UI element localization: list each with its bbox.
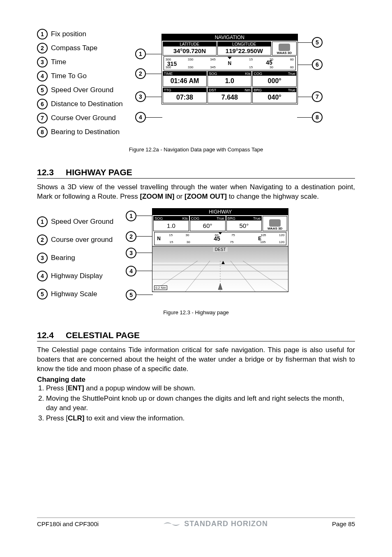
section-12-4-paragraph: The Celestial page contains Tide informa… xyxy=(37,346,355,374)
legend-label: Speed Over Ground xyxy=(51,86,113,94)
figure-12-3-row: 1Speed Over Ground 2Course over ground 3… xyxy=(37,208,355,307)
svg-marker-9 xyxy=(218,283,222,290)
satellite-icon xyxy=(269,219,281,227)
time-box: TIME 01:46 AM xyxy=(163,71,207,87)
longitude-box: LONGITUDE 119°22.950W xyxy=(217,42,271,56)
legend-bubble-8: 8 xyxy=(37,127,48,137)
figure-12-2a-row: 1Fix position 2Compass Tape 3Time 4Time … xyxy=(37,29,355,144)
svg-line-5 xyxy=(185,261,210,292)
highway-3d-view: DEST 0.2 Nm xyxy=(152,246,288,292)
figure-12-3-device: 1 2 3 4 5 HIGHWAY SOGKts 1.0 COGTrue 60° xyxy=(126,208,355,307)
step-2: Moving the ShuttlePoint knob up or down … xyxy=(46,394,355,413)
compass-tape: 300 330 345 15 30 60 315 N 45 300 330 3 xyxy=(164,56,296,70)
legend-label: Course over ground xyxy=(51,236,113,244)
footer-page-number: Page 85 xyxy=(332,520,355,527)
legend-label: Highway Display xyxy=(51,272,103,280)
svg-line-7 xyxy=(231,261,255,292)
legend-bubble-7: 7 xyxy=(37,113,48,123)
figure-12-2a-caption: Figure 12.2a - Navigation Data page with… xyxy=(37,146,355,153)
satellite-icon xyxy=(279,44,290,51)
footer-brand: STANDARD HORIZON xyxy=(163,520,268,528)
legend-label: Bearing to Destination xyxy=(51,128,120,136)
legend-label: Distance to Destination xyxy=(51,100,123,108)
highway-title: HIGHWAY xyxy=(152,209,288,215)
svg-line-8 xyxy=(243,261,288,292)
section-12-4-heading: 12.4CELESTIAL PAGE xyxy=(37,330,355,341)
hw-sog-box: SOGKts 1.0 xyxy=(153,216,189,231)
section-12-3-heading: 12.3HIGHWAY PAGE xyxy=(37,167,355,179)
brand-logo-icon xyxy=(163,520,181,528)
brg-box: BRGTrue 040° xyxy=(252,88,296,103)
legend-label: Fix position xyxy=(51,30,86,38)
legend-label: Course Over Ground xyxy=(51,114,116,122)
legend-label: Time xyxy=(51,58,66,66)
highway-compass: 15 30 60 75 105 120 N 45 E 15 xyxy=(154,232,286,245)
figure-12-3-caption: Figure 12.3 - Highway page xyxy=(37,309,355,316)
step-3: Press [CLR] to exit and view the informa… xyxy=(46,414,355,423)
figure-12-2a-legend: 1Fix position 2Compass Tape 3Time 4Time … xyxy=(37,29,123,141)
dst-box: DSTNm 7.648 xyxy=(208,88,251,103)
changing-date-heading: Changing date xyxy=(37,376,355,384)
legend-bubble-2: 2 xyxy=(37,43,48,53)
footer-model: CPF180i and CPF300i xyxy=(37,520,99,527)
latitude-box: LATITUDE 34°09.720N xyxy=(163,42,217,56)
highway-screen: HIGHWAY SOGKts 1.0 COGTrue 60° BRGTrue 5… xyxy=(152,208,288,292)
legend-label: Speed Over Ground xyxy=(51,218,113,226)
hw-brg-box: BRGTrue 50° xyxy=(226,216,262,231)
legend-label: Bearing xyxy=(51,254,75,262)
legend-label: Compass Tape xyxy=(51,44,97,52)
legend-bubble-3: 3 xyxy=(37,57,48,67)
svg-marker-10 xyxy=(221,261,225,264)
ttg-box: TTG 07:38 xyxy=(163,88,207,103)
sog-box: SOGKts 1.0 xyxy=(208,71,251,87)
nav-screen: NAVIGATION LATITUDE 34°09.720N LONGITUDE… xyxy=(161,34,298,104)
step-1: Press [ENT] and a popup window will be s… xyxy=(46,384,355,393)
legend-bubble-6: 6 xyxy=(37,99,48,109)
nav-title: NAVIGATION xyxy=(162,34,297,41)
changing-date-steps: Press [ENT] and a popup window will be s… xyxy=(37,384,355,423)
page: 1Fix position 2Compass Tape 3Time 4Time … xyxy=(0,0,392,423)
section-12-3-paragraph: Shows a 3D view of the vessel travelling… xyxy=(37,183,355,202)
figure-12-3-legend: 1Speed Over Ground 2Course over ground 3… xyxy=(37,208,113,303)
highway-scale-label: 0.2 Nm xyxy=(154,285,167,290)
legend-bubble-1: 1 xyxy=(37,29,48,39)
page-footer: CPF180i and CPF300i STANDARD HORIZON Pag… xyxy=(37,518,355,528)
legend-label: Time To Go xyxy=(51,72,87,80)
legend-bubble-4: 4 xyxy=(37,71,48,81)
satellite-status: WAAS 3D xyxy=(272,42,297,56)
cog-box: COGTrue 000° xyxy=(252,71,296,87)
legend-bubble-5: 5 xyxy=(37,85,48,95)
hw-cog-box: COGTrue 60° xyxy=(190,216,226,231)
legend-label: Highway Scale xyxy=(51,290,97,298)
satellite-status: WAAS 3D xyxy=(263,216,287,231)
